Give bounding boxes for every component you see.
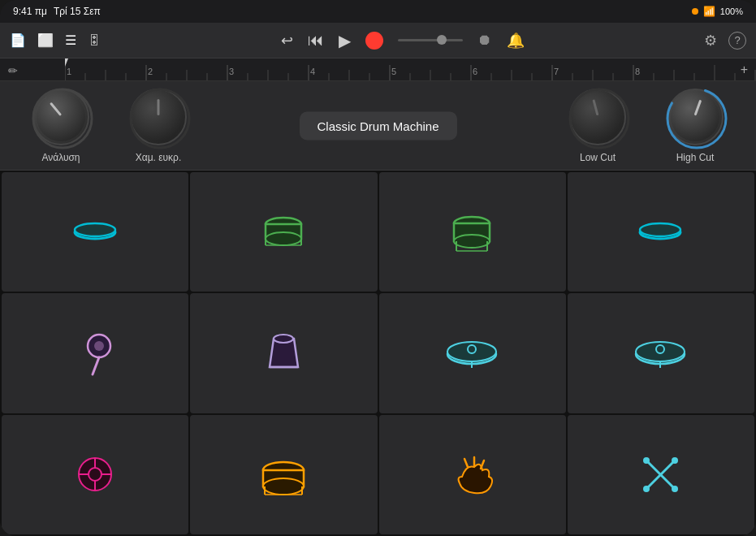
status-bar: 9:41 πμ Τρί 15 Σεπ 📶 100% — [0, 0, 756, 23]
svg-point-66 — [94, 341, 104, 351]
add-track-button[interactable]: + — [741, 63, 748, 77]
list-icon[interactable]: ☰ — [65, 32, 76, 48]
mixer-icon[interactable]: 🎛 — [88, 33, 101, 48]
svg-text:3: 3 — [229, 67, 234, 76]
pad-6[interactable] — [190, 293, 377, 413]
svg-point-63 — [640, 223, 680, 236]
analysis-knob-label: Ανάλυση — [41, 152, 80, 163]
pad-5[interactable] — [2, 293, 188, 413]
svg-text:4: 4 — [310, 67, 315, 76]
metronome-icon[interactable]: 🔔 — [507, 32, 525, 50]
highcut-knob[interactable] — [667, 89, 724, 145]
controls-area: Ανάλυση Χαμ. ευκρ. Classic Drum Machine — [0, 81, 756, 171]
pad-8[interactable] — [568, 293, 754, 413]
ruler: ✏ 1 2 3 4 5 6 — [0, 58, 756, 81]
knob-group-lowcut: Low Cut — [569, 89, 626, 163]
svg-marker-43 — [65, 58, 68, 67]
pencil-icon[interactable]: ✏ — [8, 64, 18, 77]
instrument-name: Classic Drum Machine — [299, 111, 456, 140]
svg-point-49 — [75, 223, 115, 236]
sensitivity-knob[interactable] — [130, 89, 187, 145]
pad-3[interactable] — [379, 172, 566, 292]
help-icon[interactable]: ? — [728, 32, 746, 50]
analysis-knob[interactable] — [32, 89, 89, 145]
svg-text:6: 6 — [473, 67, 477, 76]
battery-icon: 100% — [720, 6, 743, 16]
svg-point-93 — [643, 457, 650, 464]
settings-icon[interactable]: ⚙ — [704, 32, 717, 50]
pad-7[interactable] — [379, 293, 566, 413]
knob-group-sensitivity: Χαμ. ευκρ. — [130, 89, 187, 163]
play-button[interactable]: ▶ — [339, 31, 351, 50]
document-icon[interactable]: 📄 — [10, 32, 26, 48]
rewind-button[interactable]: ⏮ — [308, 31, 324, 50]
pad-11[interactable] — [379, 415, 566, 534]
device-frame: 9:41 πμ Τρί 15 Σεπ 📶 100% 📄 ⬜ ☰ 🎛 ↩ ⏮ ▶ … — [0, 0, 756, 536]
pad-10[interactable] — [190, 415, 377, 534]
pad-9[interactable] — [2, 415, 188, 534]
status-time: 9:41 πμ — [13, 6, 47, 17]
toolbar: 📄 ⬜ ☰ 🎛 ↩ ⏮ ▶ ⏺ 🔔 ⚙ ? — [0, 23, 756, 58]
sensitivity-knob-label: Χαμ. ευκρ. — [136, 152, 182, 163]
svg-text:5: 5 — [391, 67, 396, 76]
pad-1[interactable] — [2, 172, 188, 292]
svg-point-58 — [454, 235, 490, 248]
pads-grid — [0, 171, 756, 536]
svg-point-71 — [468, 345, 476, 353]
knob-group-analysis: Ανάλυση — [32, 89, 89, 163]
wifi-icon: 📶 — [703, 6, 715, 17]
knob-group-highcut: High Cut — [667, 89, 724, 163]
pad-12[interactable] — [568, 415, 754, 534]
pad-2[interactable] — [190, 172, 377, 292]
svg-point-75 — [656, 345, 664, 353]
record-button[interactable] — [365, 32, 383, 50]
status-date: Τρί 15 Σεπ — [54, 6, 101, 17]
tracks-icon[interactable]: ⬜ — [37, 32, 54, 48]
svg-point-68 — [274, 335, 293, 343]
transport-slider[interactable] — [398, 39, 463, 41]
lowcut-knob-label: Low Cut — [580, 152, 616, 163]
svg-point-91 — [643, 486, 650, 492]
undo-button[interactable]: ↩ — [281, 32, 293, 50]
svg-point-52 — [266, 232, 301, 245]
svg-text:8: 8 — [635, 67, 640, 76]
svg-point-92 — [672, 457, 678, 464]
recording-indicator — [692, 8, 698, 15]
svg-point-94 — [672, 486, 678, 492]
svg-text:2: 2 — [148, 67, 153, 76]
svg-line-65 — [93, 357, 99, 374]
svg-text:7: 7 — [554, 67, 559, 76]
loop-icon[interactable]: ⏺ — [477, 32, 492, 49]
highcut-knob-label: High Cut — [676, 152, 715, 163]
lowcut-knob[interactable] — [569, 89, 626, 145]
pad-4[interactable] — [568, 172, 754, 292]
svg-point-85 — [263, 478, 304, 495]
svg-text:1: 1 — [67, 67, 71, 76]
